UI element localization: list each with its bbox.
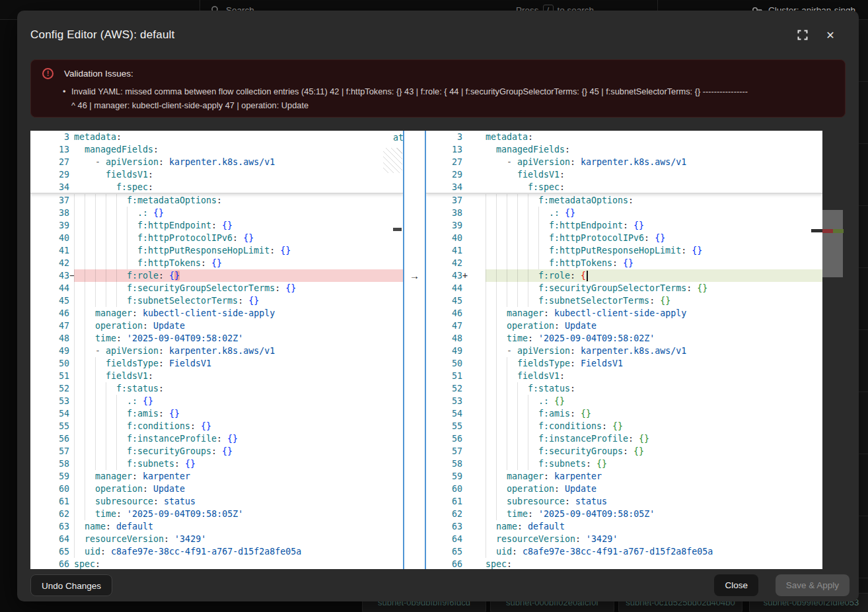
code-line[interactable]: 48time: '2025-09-04T09:58:02Z': [426, 332, 822, 345]
code-line[interactable]: 61subresource: status: [30, 495, 403, 508]
sticky-line[interactable]: 29fieldsV1:: [30, 168, 403, 181]
hidden-region-hatch: [383, 148, 402, 173]
code-line[interactable]: 48time: '2025-09-04T09:58:02Z': [30, 332, 403, 345]
code-line[interactable]: 56f:instanceProfile: {}: [426, 432, 822, 445]
code-line[interactable]: 40f:httpProtocolIPv6: {}: [426, 232, 822, 244]
undo-changes-button[interactable]: Undo Changes: [30, 574, 112, 596]
code-line[interactable]: 44f:securityGroupSelectorTerms: {}: [426, 282, 822, 294]
validation-title: Validation Issues:: [64, 69, 133, 79]
code-line[interactable]: 56f:instanceProfile: {}: [30, 432, 403, 445]
config-editor-modal: Config Editor (AWS): default ✕ ! Validat…: [17, 11, 859, 601]
code-line[interactable]: 52f:status:: [426, 382, 822, 395]
code-line[interactable]: 52f:status:: [30, 382, 403, 395]
code-line[interactable]: 54f:amis: {}: [426, 407, 822, 420]
code-line[interactable]: 37f:metadataOptions:: [426, 194, 822, 207]
code-line[interactable]: 51fieldsV1:: [30, 370, 403, 382]
code-line[interactable]: 47operation: Update: [426, 320, 822, 332]
code-line[interactable]: 51fieldsV1:: [426, 370, 822, 382]
code-line[interactable]: 45f:subnetSelectorTerms: {}: [426, 294, 822, 307]
sticky-line[interactable]: 13managedFields:: [30, 143, 403, 156]
original-scrollbar-slider[interactable]: [393, 228, 402, 231]
code-line[interactable]: 55f:conditions: {}: [30, 420, 403, 432]
code-line[interactable]: 42f:httpTokens: {}: [30, 257, 403, 269]
diff-pane-original[interactable]: 37f:metadataOptions:38.: {}39f:httpEndpo…: [30, 131, 403, 569]
text-cursor: [587, 271, 588, 281]
code-line[interactable]: 63name: default: [30, 520, 403, 533]
code-line[interactable]: 43−f:role: {}: [30, 269, 403, 282]
sticky-line[interactable]: 13managedFields:: [426, 143, 822, 156]
error-icon: !: [42, 68, 54, 79]
code-line[interactable]: 40f:httpProtocolIPv6: {}: [30, 232, 403, 244]
code-line[interactable]: 62time: '2025-09-04T09:58:05Z': [30, 508, 403, 520]
sticky-line[interactable]: 3metadata:: [30, 131, 403, 143]
sticky-scroll-header: 3metadata:13managedFields:27- apiVersion…: [426, 131, 822, 193]
code-line[interactable]: 64resourceVersion: '3429': [30, 533, 403, 545]
background-table-edge: [859, 20, 868, 612]
fullscreen-icon[interactable]: [797, 29, 809, 41]
diff-pane-modified[interactable]: 37f:metadataOptions:38.: {}39f:httpEndpo…: [426, 131, 822, 569]
code-line[interactable]: 47operation: Update: [30, 320, 403, 332]
code-line[interactable]: 58f:subnets: {}: [30, 458, 403, 470]
yaml-diff-editor: 37f:metadataOptions:38.: {}39f:httpEndpo…: [30, 131, 843, 569]
validation-banner: ! Validation Issues: • Invalid YAML: mis…: [30, 59, 846, 118]
overview-mark-removed: [822, 229, 833, 233]
code-line[interactable]: 60operation: Update: [426, 483, 822, 495]
code-line[interactable]: 50fieldsType: FieldsV1: [426, 357, 822, 370]
validation-message-line2: ^ 46 | manager: kubectl-client-side-appl…: [71, 98, 829, 112]
code-line[interactable]: 49- apiVersion: karpenter.k8s.aws/v1: [30, 345, 403, 357]
sticky-line[interactable]: 3metadata:: [426, 131, 822, 143]
save-apply-button[interactable]: Save & Apply: [776, 574, 850, 596]
code-line[interactable]: 58f:subnets: {}: [426, 458, 822, 470]
code-line[interactable]: 38.: {}: [30, 207, 403, 219]
sticky-line[interactable]: 27- apiVersion: karpenter.k8s.aws/v1: [426, 156, 822, 168]
code-line[interactable]: 59manager: karpenter: [30, 470, 403, 483]
code-line[interactable]: 37f:metadataOptions:: [30, 194, 403, 207]
close-button[interactable]: Close: [714, 574, 758, 596]
code-line[interactable]: 63name: default: [426, 520, 822, 533]
code-line[interactable]: 54f:amis: {}: [30, 407, 403, 420]
validation-message: • Invalid YAML: missed comma between flo…: [71, 85, 829, 112]
code-line[interactable]: 65uid: c8afe97e-38cc-4f91-a767-d15f2a8fe…: [426, 545, 822, 558]
code-line[interactable]: 53.: {}: [30, 395, 403, 407]
code-line[interactable]: 46manager: kubectl-client-side-apply: [30, 307, 403, 320]
diff-sash[interactable]: →: [403, 131, 426, 569]
code-line[interactable]: 45f:subnetSelectorTerms: {}: [30, 294, 403, 307]
code-line[interactable]: 61subresource: status: [426, 495, 822, 508]
close-icon[interactable]: ✕: [824, 29, 836, 41]
modified-scrollbar-slider[interactable]: [822, 210, 843, 277]
code-line[interactable]: 41f:httpPutResponseHopLimit: {}: [30, 244, 403, 257]
sticky-line[interactable]: 29fieldsV1:: [426, 168, 822, 181]
code-line[interactable]: 59manager: karpenter: [426, 470, 822, 483]
validation-message-line1: Invalid YAML: missed comma between flow …: [71, 85, 829, 98]
code-line[interactable]: 66spec:: [30, 558, 403, 569]
code-line[interactable]: 42f:httpTokens: {}: [426, 257, 822, 269]
code-line[interactable]: 44f:securityGroupSelectorTerms: {}: [30, 282, 403, 294]
code-line[interactable]: 62time: '2025-09-04T09:58:05Z': [426, 508, 822, 520]
sticky-line[interactable]: 34f:spec:: [426, 181, 822, 193]
code-line[interactable]: 39f:httpEndpoint: {}: [426, 219, 822, 232]
code-line[interactable]: 53.: {}: [426, 395, 822, 407]
code-line[interactable]: 38.: {}: [426, 207, 822, 219]
sticky-line[interactable]: 27- apiVersion: karpenter.k8s.aws/v1: [30, 156, 403, 168]
code-line[interactable]: 66spec:: [426, 558, 822, 569]
code-line[interactable]: 57f:securityGroups: {}: [30, 445, 403, 458]
code-line[interactable]: 57f:securityGroups: {}: [426, 445, 822, 458]
code-line[interactable]: 55f:conditions: {}: [426, 420, 822, 432]
revert-change-arrow-icon[interactable]: →: [410, 269, 419, 282]
overview-ruler: [822, 131, 844, 569]
bullet-icon: •: [63, 85, 65, 98]
sticky-scroll-header: 3metadata:13managedFields:27- apiVersion…: [30, 131, 403, 193]
code-line[interactable]: 60operation: Update: [30, 483, 403, 495]
sticky-line[interactable]: 34f:spec:: [30, 181, 403, 193]
code-line[interactable]: 43+f:role: {: [426, 269, 822, 282]
clipped-text-fragment: at: [393, 133, 403, 143]
code-line[interactable]: 50fieldsType: FieldsV1: [30, 357, 403, 370]
code-line[interactable]: 49- apiVersion: karpenter.k8s.aws/v1: [426, 345, 822, 357]
code-line[interactable]: 41f:httpPutResponseHopLimit: {}: [426, 244, 822, 257]
code-line[interactable]: 39f:httpEndpoint: {}: [30, 219, 403, 232]
modal-footer: Undo Changes Close Save & Apply: [17, 574, 859, 597]
code-line[interactable]: 65uid: c8afe97e-38cc-4f91-a767-d15f2a8fe…: [30, 545, 403, 558]
modal-title: Config Editor (AWS): default: [30, 28, 175, 41]
code-line[interactable]: 64resourceVersion: '3429': [426, 533, 822, 545]
code-line[interactable]: 46manager: kubectl-client-side-apply: [426, 307, 822, 320]
